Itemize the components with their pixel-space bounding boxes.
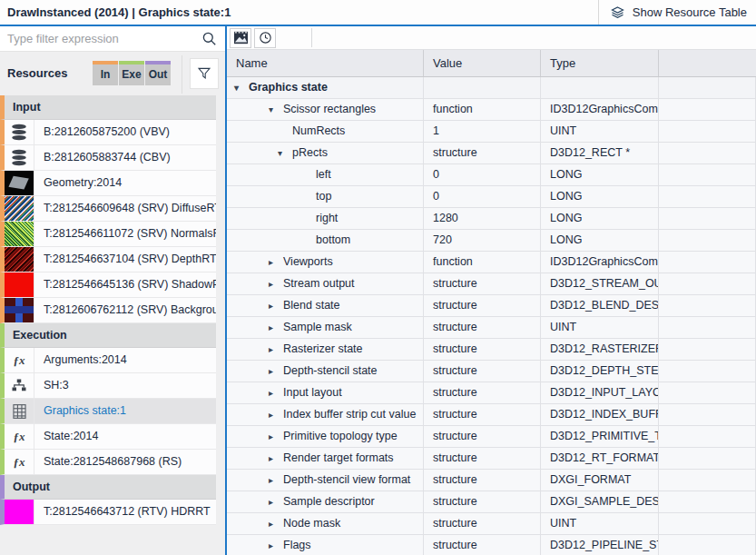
property-extra-cell (659, 426, 756, 447)
chevron-right-icon[interactable]: ▸ (269, 317, 283, 338)
resource-item[interactable]: T:2812546609648 (SRV) DiffuseRT (0, 196, 216, 222)
chevron-right-icon[interactable]: ▸ (269, 404, 283, 425)
resource-list: InputB:2812605875200 (VBV)B:281260588374… (0, 95, 216, 525)
chevron-right-icon[interactable]: ▸ (269, 295, 283, 316)
property-row[interactable]: ▾Graphics state (227, 77, 756, 99)
resource-item[interactable]: T:2812546645136 (SRV) ShadowPa... (0, 273, 216, 298)
resource-item[interactable]: ƒxArguments:2014 (0, 348, 216, 373)
property-name: Depth-stencil view format (283, 470, 410, 491)
property-row[interactable]: ▸Index buffer strip cut valuestructureD3… (227, 404, 756, 426)
chevron-right-icon[interactable]: ▸ (269, 470, 283, 491)
property-row[interactable]: ▸Depth-stencil view formatstructureDXGI_… (227, 470, 756, 491)
resource-item[interactable]: T:2812546637104 (SRV) DepthRT (0, 247, 216, 273)
property-value: structure (424, 404, 541, 425)
property-value: structure (424, 382, 541, 403)
section-label: Execution (13, 329, 67, 342)
scope-button-exe[interactable]: Exe (119, 61, 144, 85)
property-row[interactable]: top0LONG (227, 186, 756, 208)
history-clock-button[interactable] (254, 28, 276, 48)
chevron-right-icon[interactable]: ▸ (269, 252, 283, 273)
property-name: Primitive topology type (283, 426, 398, 447)
resource-item-label: T:2812546611072 (SRV) NormalsRT (34, 222, 216, 246)
property-type: ID3D12GraphicsCom... (541, 99, 659, 120)
resource-item[interactable]: T:2812546643712 (RTV) HDRRT (0, 500, 216, 525)
resource-item[interactable]: T:2812546611072 (SRV) NormalsRT (0, 222, 216, 247)
chevron-right-icon[interactable]: ▸ (269, 535, 283, 555)
property-type: D3D12_PIPELINE_STA... (541, 535, 659, 555)
column-header-name[interactable]: Name (227, 50, 424, 76)
property-row[interactable]: ▸Rasterizer statestructureD3D12_RASTERIZ… (227, 339, 756, 361)
chevron-down-icon[interactable]: ▾ (278, 143, 292, 164)
property-row[interactable]: ▸Node maskstructureUINT (227, 513, 756, 535)
property-name: Blend state (283, 295, 340, 316)
property-row[interactable]: ▸Sample descriptorstructureDXGI_SAMPLE_D… (227, 491, 756, 513)
chevron-right-icon[interactable]: ▸ (269, 361, 283, 382)
column-header-type[interactable]: Type (541, 50, 659, 76)
resource-item[interactable]: B:2812605883744 (CBV) (0, 145, 216, 171)
property-extra-cell (659, 186, 756, 207)
property-row[interactable]: ▸Stream outputstructureD3D12_STREAM_OU..… (227, 273, 756, 295)
property-row[interactable]: ▸FlagsstructureD3D12_PIPELINE_STA... (227, 535, 756, 555)
resource-item[interactable]: B:2812605875200 (VBV) (0, 120, 216, 145)
chevron-right-icon[interactable]: ▸ (269, 491, 283, 512)
property-extra-cell (659, 295, 756, 316)
chevron-right-icon[interactable]: ▸ (269, 382, 283, 403)
chevron-right-icon[interactable]: ▸ (269, 448, 283, 469)
resource-item[interactable]: Geometry:2014 (0, 171, 216, 196)
property-row[interactable]: ▸Depth-stencil statestructureD3D12_DEPTH… (227, 361, 756, 382)
resource-item-label: Geometry:2014 (34, 171, 216, 195)
property-name: Scissor rectangles (283, 99, 376, 120)
property-row[interactable]: ▸Primitive topology typestructureD3D12_P… (227, 426, 756, 448)
filter-input[interactable] (0, 26, 195, 51)
property-row[interactable]: right1280LONG (227, 208, 756, 230)
property-type (541, 77, 659, 98)
property-row[interactable]: ▾pRectsstructureD3D12_RECT * (227, 143, 756, 164)
inspector-toolbar (227, 26, 756, 50)
chevron-right-icon[interactable]: ▸ (269, 273, 283, 294)
resource-item[interactable]: ƒxState:2014 (0, 424, 216, 450)
fx-icon: ƒx (5, 450, 34, 474)
property-row[interactable]: ▸ViewportsfunctionID3D12GraphicsCom... (227, 252, 756, 273)
column-header-value[interactable]: Value (424, 50, 541, 76)
scope-button-out[interactable]: Out (145, 61, 171, 85)
search-icon[interactable] (201, 30, 218, 47)
property-table-header: Name Value Type (227, 50, 756, 77)
resource-item[interactable]: SH:3 (0, 373, 216, 399)
property-name: NumRects (292, 121, 345, 142)
property-row[interactable]: ▸Sample maskstructureUINT (227, 317, 756, 339)
resource-item[interactable]: Graphics state:1 (0, 399, 216, 424)
property-extra-cell (659, 273, 756, 294)
resource-item-label: T:2812546643712 (RTV) HDRRT (34, 500, 216, 524)
property-row[interactable]: NumRects1UINT (227, 121, 756, 143)
property-row[interactable]: ▸Render target formatsstructureD3D12_RT_… (227, 448, 756, 470)
property-name: Viewports (283, 252, 333, 273)
property-name: Render target formats (283, 448, 394, 469)
chevron-right-icon[interactable]: ▸ (269, 339, 283, 360)
chevron-right-icon[interactable]: ▸ (269, 426, 283, 447)
resource-sidebar: Resources InExeOut InputB:2812605875200 … (0, 26, 225, 555)
property-row[interactable]: bottom720LONG (227, 230, 756, 252)
property-row[interactable]: left0LONG (227, 164, 756, 186)
chevron-right-icon[interactable]: ▸ (269, 513, 283, 534)
resource-item[interactable]: T:2812606762112 (SRV) Backgrou... (0, 298, 216, 323)
chevron-down-icon[interactable]: ▾ (269, 99, 283, 120)
property-row[interactable]: ▾Scissor rectanglesfunctionID3D12Graphic… (227, 99, 756, 121)
titlebar: DrawInstanced (2014) | Graphics state:1 … (0, 0, 756, 26)
property-value: structure (424, 535, 541, 555)
property-row[interactable]: ▸Blend statestructureD3D12_BLEND_DESC (227, 295, 756, 317)
state-inspector-panel: Name Value Type ▾Graphics state▾Scissor … (225, 26, 756, 555)
property-value: 1 (424, 121, 541, 142)
show-resource-table-button[interactable]: Show Resource Table (598, 0, 756, 25)
chevron-down-icon[interactable]: ▾ (234, 77, 249, 98)
resource-item[interactable]: ƒxState:2812548687968 (RS) (0, 450, 216, 475)
image-preview-button[interactable] (230, 28, 251, 48)
property-row[interactable]: ▸Input layoutstructureD3D12_INPUT_LAYO..… (227, 382, 756, 404)
property-extra-cell (659, 382, 756, 403)
property-type: DXGI_FORMAT (541, 470, 659, 491)
property-name: Input layout (283, 382, 342, 403)
scope-button-in[interactable]: In (93, 61, 118, 85)
resources-label: Resources (7, 52, 67, 95)
shader-tree-icon (5, 373, 34, 398)
filter-funnel-button[interactable] (190, 58, 219, 89)
property-extra-cell (659, 404, 756, 425)
